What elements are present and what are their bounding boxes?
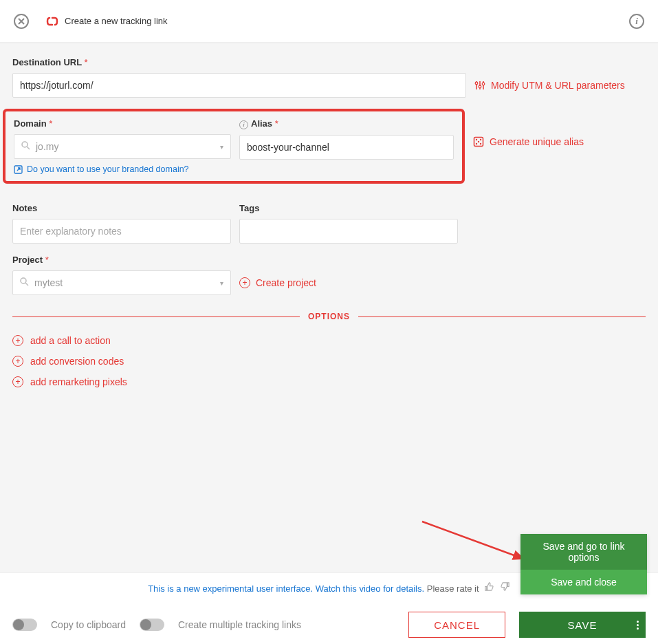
domain-select[interactable]: jo.my ▾: [14, 134, 231, 159]
chevron-down-icon: ▾: [220, 279, 223, 287]
destination-url-input[interactable]: [12, 73, 466, 98]
project-select[interactable]: mytest ▾: [12, 270, 231, 295]
generate-alias-link[interactable]: Generate unique alias: [473, 129, 584, 154]
notes-label: Notes: [12, 203, 231, 213]
save-menu: Save and go to link options Save and clo…: [520, 534, 647, 594]
info-button[interactable]: i: [629, 14, 644, 29]
chevron-down-icon: ▾: [220, 143, 223, 151]
save-button[interactable]: SAVE: [519, 612, 646, 638]
plus-circle-icon: +: [12, 356, 23, 367]
multi-links-toggle[interactable]: [140, 619, 164, 631]
svg-point-8: [476, 143, 477, 144]
tags-input[interactable]: [239, 219, 458, 244]
close-icon: [18, 18, 25, 25]
options-divider: OPTIONS: [12, 312, 646, 321]
svg-point-11: [21, 278, 26, 283]
domain-alias-highlight: Domain * jo.my ▾ Do you want to use your…: [3, 109, 465, 184]
copy-clipboard-toggle[interactable]: [12, 619, 37, 631]
cancel-button[interactable]: CANCEL: [408, 612, 505, 638]
search-icon: [21, 141, 30, 152]
more-dots-icon[interactable]: [637, 621, 639, 630]
form-body: Destination URL * Modify UTM & URL param…: [0, 43, 658, 572]
thumbs-down-icon[interactable]: [500, 583, 510, 594]
experimental-ui-link[interactable]: This is a new experimental user interfac…: [148, 583, 424, 594]
svg-point-3: [22, 142, 28, 147]
footer-bar: Copy to clipboard Create multiple tracki…: [0, 602, 658, 644]
tags-label: Tags: [239, 203, 458, 213]
close-button[interactable]: [14, 14, 29, 29]
destination-url-label: Destination URL *: [12, 57, 646, 67]
domain-label: Domain *: [14, 118, 231, 129]
svg-point-9: [480, 143, 481, 144]
svg-point-10: [478, 141, 479, 142]
create-project-link[interactable]: + Create project: [239, 270, 316, 295]
save-close[interactable]: Save and close: [520, 570, 647, 594]
external-link-icon: [14, 165, 23, 174]
rate-text: Please rate it: [424, 583, 481, 594]
page-title: Create a new tracking link: [65, 16, 168, 26]
add-cta-link[interactable]: + add a call to action: [12, 335, 646, 346]
sliders-icon: [474, 80, 485, 91]
domain-value: jo.my: [36, 141, 58, 152]
project-label: Project *: [12, 255, 646, 265]
project-value: mytest: [34, 277, 63, 288]
svg-point-2: [482, 83, 485, 85]
search-icon: [20, 277, 29, 288]
plus-circle-icon: +: [12, 335, 23, 346]
multi-links-label: Create multiple tracking links: [178, 619, 301, 630]
modal-header: Create a new tracking link i: [0, 0, 658, 43]
thumbs-up-icon[interactable]: [484, 583, 497, 594]
logo-icon: [45, 14, 59, 28]
alias-input[interactable]: [239, 135, 454, 160]
copy-clipboard-label: Copy to clipboard: [51, 619, 126, 630]
alias-label: iAlias *: [239, 118, 454, 129]
svg-point-0: [475, 82, 478, 85]
svg-point-6: [476, 139, 477, 140]
svg-point-7: [480, 139, 481, 140]
plus-circle-icon: +: [12, 376, 23, 387]
plus-circle-icon: +: [239, 277, 250, 288]
info-icon: i: [239, 120, 248, 129]
add-remarketing-link[interactable]: + add remarketing pixels: [12, 376, 646, 387]
save-go-options[interactable]: Save and go to link options: [520, 534, 647, 570]
branded-domain-link[interactable]: Do you want to use your branded domain?: [14, 164, 231, 174]
notes-input[interactable]: [12, 219, 231, 244]
add-conversion-link[interactable]: + add conversion codes: [12, 356, 646, 367]
modify-utm-link[interactable]: Modify UTM & URL parameters: [474, 73, 625, 98]
svg-point-1: [479, 85, 481, 88]
dice-icon: [473, 136, 484, 147]
